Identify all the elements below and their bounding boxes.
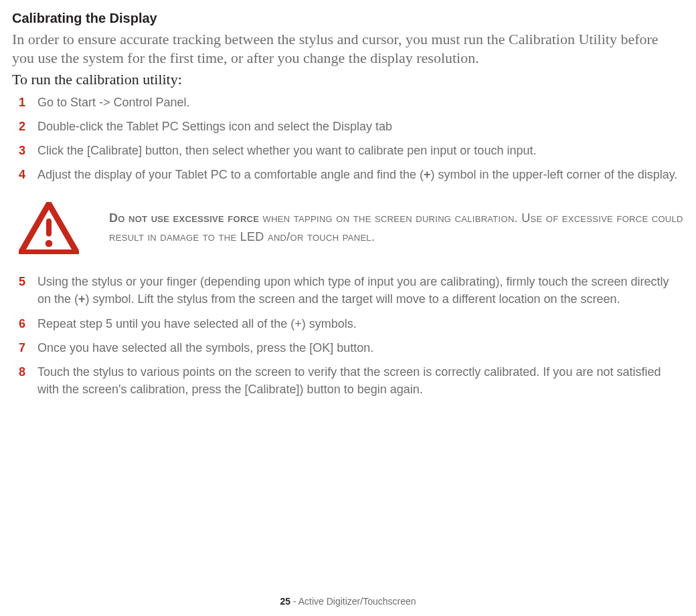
step-number: 8	[19, 363, 37, 381]
step-number: 7	[19, 339, 37, 356]
warning-triangle-icon	[19, 202, 79, 254]
list-item: 1 Go to Start -> Control Panel.	[12, 94, 684, 111]
step-number: 3	[19, 142, 37, 159]
svg-rect-1	[46, 219, 52, 237]
step-text-post: ) symbol in the upper-left corner of the…	[431, 168, 678, 181]
step-text: Go to Start -> Control Panel.	[37, 94, 684, 111]
intro-paragraph: In order to ensure accurate tracking bet…	[12, 30, 684, 67]
list-item: 5 Using the stylus or your finger (depen…	[12, 273, 684, 308]
warning-text: Do not use excessive force when tapping …	[109, 209, 684, 247]
step-text: Adjust the display of your Tablet PC to …	[37, 166, 684, 183]
list-item: 2 Double-click the Tablet PC Settings ic…	[12, 118, 684, 135]
step-text: Repeat step 5 until you have selected al…	[37, 315, 684, 332]
list-item: 6 Repeat step 5 until you have selected …	[12, 315, 684, 332]
list-item: 8 Touch the stylus to various points on …	[12, 363, 684, 398]
step-number: 1	[19, 94, 37, 111]
plus-symbol: +	[78, 292, 86, 306]
step-text-pre: Adjust the display of your Tablet PC to …	[37, 168, 424, 181]
list-item: 4 Adjust the display of your Tablet PC t…	[12, 166, 684, 183]
step-number: 5	[19, 273, 37, 290]
warning-callout: Do not use excessive force when tapping …	[19, 202, 684, 254]
step-text: Using the stylus or your finger (dependi…	[37, 273, 684, 308]
step-number: 6	[19, 315, 37, 332]
steps-list: 1 Go to Start -> Control Panel. 2 Double…	[12, 94, 684, 183]
svg-point-2	[46, 240, 53, 247]
steps-list-continued: 5 Using the stylus or your finger (depen…	[12, 273, 684, 398]
lead-sentence: To run the calibration utility:	[12, 71, 684, 88]
list-item: 3 Click the [Calibrate] button, then sel…	[12, 142, 684, 159]
step-number: 4	[19, 166, 37, 183]
plus-symbol: +	[424, 168, 431, 181]
step-text: Click the [Calibrate] button, then selec…	[37, 142, 684, 159]
step-text-post: ) symbol. Lift the stylus from the scree…	[86, 292, 620, 306]
step-text: Double-click the Tablet PC Settings icon…	[37, 118, 684, 135]
step-number: 2	[19, 118, 37, 135]
step-text: Once you have selected all the symbols, …	[37, 339, 684, 356]
list-item: 7 Once you have selected all the symbols…	[12, 339, 684, 356]
warning-strong-text: Do not use excessive force	[109, 211, 259, 225]
step-text: Touch the stylus to various points on th…	[37, 363, 684, 398]
section-title: Calibrating the Display	[12, 11, 684, 26]
